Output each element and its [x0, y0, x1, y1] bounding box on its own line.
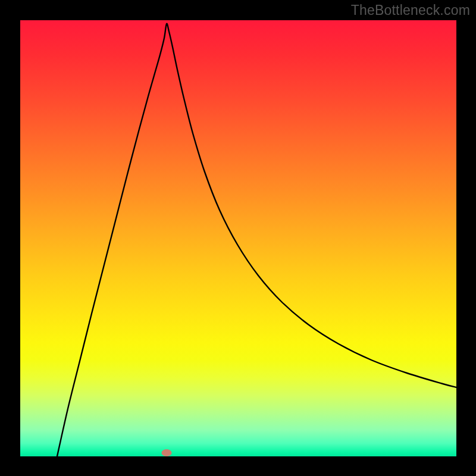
minimum-marker-dot: [162, 449, 172, 456]
chart-plot-area: [20, 20, 456, 456]
bottleneck-curve: [20, 20, 456, 456]
chart-frame: TheBottleneck.com: [0, 0, 476, 476]
watermark-text: TheBottleneck.com: [351, 2, 470, 18]
